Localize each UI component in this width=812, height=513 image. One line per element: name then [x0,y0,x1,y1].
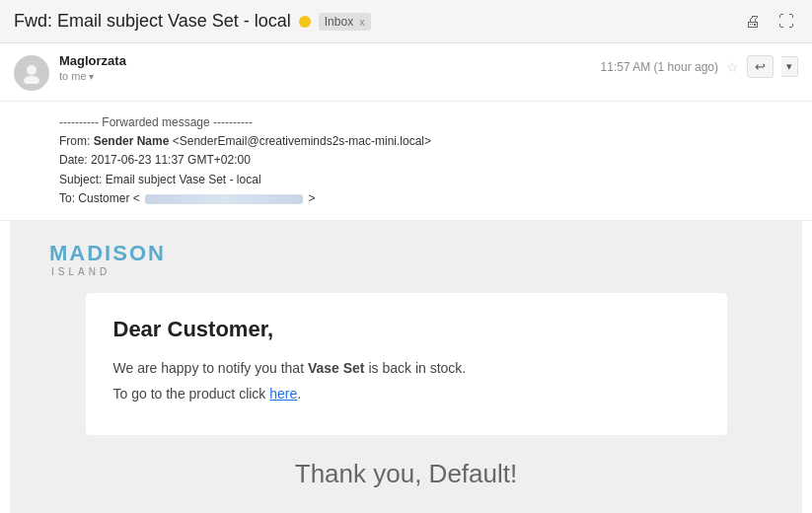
from-field: From: Sender Name <SenderEmail@creativem… [59,132,798,151]
subject-field: Subject: Email subject Vase Set - local [59,171,798,189]
greeting: Dear Customer, [113,317,700,342]
to-field: To: Customer < > [59,189,798,208]
svg-point-1 [24,76,39,84]
forwarded-separator: ---------- Forwarded message ---------- [59,113,798,132]
sender-name: Maglorzata [59,53,601,68]
brand-island: ISLAND [51,266,773,277]
from-email: <SenderEmail@creativeminds2s-mac-mini.lo… [173,134,431,148]
sender-info: Maglorzata to me ▾ [59,53,601,82]
body1-bold: Vase Set [308,360,365,376]
from-label: From: [59,134,90,148]
inbox-badge[interactable]: Inbox x [319,13,371,31]
blurred-email [145,194,303,204]
sender-to: to me ▾ [59,70,601,82]
label-dot [299,16,311,28]
timestamp: 11:57 AM (1 hour ago) [601,60,718,74]
date-label: Date: [59,153,88,167]
header-icons: 🖨 ⛶ [741,11,798,33]
subject-value: Email subject Vase Set - local [106,173,261,186]
svg-point-0 [27,65,37,75]
to-label: to me [59,70,87,82]
body1-post: is back in stock. [365,360,467,376]
reply-button[interactable]: ↩ [747,55,774,78]
avatar [14,55,49,91]
subject-label: Subject: [59,173,102,186]
sender-meta: 11:57 AM (1 hour ago) ☆ ↩ ▾ [601,55,798,78]
content-card: Dear Customer, We are happy to notify yo… [86,293,727,435]
more-button[interactable]: ▾ [781,56,798,77]
expand-button[interactable]: ⛶ [775,11,798,33]
email-subject-title: Fwd: Email subject Vase Set - local [14,11,291,32]
email-header-bar: Fwd: Email subject Vase Set - local Inbo… [0,0,812,43]
to-value-fwd: Customer < [78,191,139,205]
thank-you: Thank you, Default! [39,435,773,499]
print-button[interactable]: 🖨 [741,11,765,33]
here-link[interactable]: here [269,386,297,402]
inbox-label: Inbox [325,15,353,29]
email-content-wrapper: MADISON ISLAND Dear Customer, We are hap… [10,221,802,513]
body-text-2: To go to the product click here. [113,386,700,402]
to-dropdown[interactable]: ▾ [89,71,94,82]
brand-logo: MADISON ISLAND [39,241,773,277]
inbox-badge-close[interactable]: x [359,16,365,28]
body1-pre: We are happy to notify you that [113,360,308,376]
star-icon[interactable]: ☆ [726,59,739,75]
body-text-1: We are happy to notify you that Vase Set… [113,360,700,376]
body2-pre: To go to the product click [113,386,270,402]
from-name: Sender Name [94,134,170,148]
sender-row: Maglorzata to me ▾ 11:57 AM (1 hour ago)… [0,43,812,102]
email-body: ---------- Forwarded message ---------- … [0,102,812,221]
date-field: Date: 2017-06-23 11:37 GMT+02:00 [59,151,798,170]
to-label-fwd: To: [59,191,75,205]
brand-madison: MADISON [49,241,773,266]
date-value: 2017-06-23 11:37 GMT+02:00 [91,153,251,167]
body2-post: . [297,386,301,402]
to-close: > [308,191,315,205]
